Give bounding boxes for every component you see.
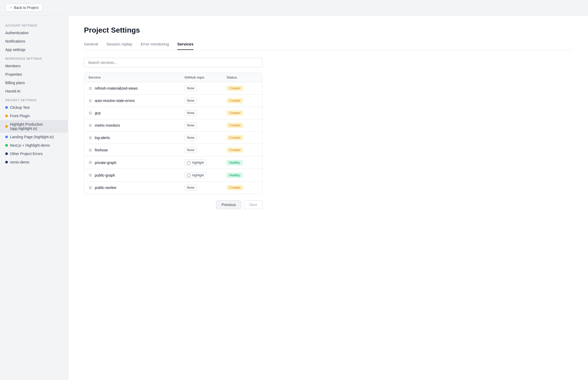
- next-button[interactable]: Next: [244, 200, 262, 209]
- status-badge: Created: [227, 185, 243, 190]
- repo-name: None: [187, 124, 195, 127]
- table-row[interactable]: ⚙private-graph◯highlightHealthy: [84, 156, 262, 169]
- status-cell: Created: [227, 135, 258, 140]
- sidebar-item-properties[interactable]: Properties: [0, 70, 68, 79]
- sidebar: Account Settings AuthenticationNotificat…: [0, 16, 68, 380]
- project-dot: [5, 152, 8, 155]
- status-badge: Created: [227, 135, 243, 140]
- sidebar-item-billing-plans[interactable]: Billing plans: [0, 79, 68, 87]
- sidebar-item-remix-demo[interactable]: remix-demo: [0, 158, 68, 166]
- tab-general[interactable]: General: [84, 42, 98, 50]
- service-cell: ⚙auto-resolve-stale-errors: [88, 98, 185, 103]
- repo-name: None: [187, 148, 195, 152]
- repo-cell: ◯highlight: [185, 160, 227, 166]
- tab-session-replay[interactable]: Session replay: [106, 42, 132, 50]
- repo-cell: None: [185, 122, 227, 128]
- sidebar-item-clickup-test[interactable]: Clickup Test: [0, 103, 68, 112]
- service-cell: ⚙metric-monitors: [88, 123, 185, 128]
- sidebar-item-notifications[interactable]: Notifications: [0, 37, 68, 45]
- service-cell: ⚙gcp: [88, 111, 185, 116]
- column-service: Service: [88, 75, 185, 79]
- service-cell: ⚙public-graph: [88, 173, 185, 178]
- table-row[interactable]: ⚙log-alertsNoneCreated: [84, 132, 262, 144]
- status-badge: Created: [227, 86, 243, 91]
- tabs-nav: GeneralSession replayError monitoringSer…: [84, 42, 572, 50]
- sidebar-item-other-project-errors[interactable]: Other Project Errors: [0, 150, 68, 158]
- service-cell: ⚙firehose: [88, 148, 185, 153]
- status-badge: Created: [227, 123, 243, 128]
- repo-cell: None: [185, 185, 227, 191]
- services-table: Service GitHub repo Status ⚙refresh-mate…: [84, 73, 262, 194]
- sidebar-item-label: Front Plugin: [10, 114, 30, 118]
- project-dot: [5, 161, 8, 163]
- service-icon: ⚙: [88, 135, 92, 140]
- pagination: Previous Next: [84, 200, 262, 209]
- status-cell: Healthy: [227, 173, 258, 178]
- account-settings-section: Account Settings: [0, 21, 68, 29]
- back-to-project-button[interactable]: ← Back to Project: [5, 4, 43, 12]
- sidebar-item-front-plugin[interactable]: Front Plugin: [0, 112, 68, 120]
- repo-cell: ◯highlight: [185, 172, 227, 178]
- workspace-settings-section: Workspace Settings: [0, 54, 68, 62]
- sidebar-item-members[interactable]: Members: [0, 62, 68, 70]
- repo-name: highlight: [192, 161, 204, 165]
- table-row[interactable]: ⚙gcpNoneCreated: [84, 107, 262, 119]
- table-row[interactable]: ⚙firehoseNoneCreated: [84, 144, 262, 156]
- github-badge: None: [185, 122, 197, 128]
- service-name: private-graph: [95, 161, 117, 165]
- service-name: public-graph: [95, 173, 115, 177]
- sidebar-item-app-settings[interactable]: App settings: [0, 45, 68, 54]
- column-status: Status: [227, 75, 258, 79]
- service-cell: ⚙log-alerts: [88, 135, 185, 140]
- sidebar-item-authentication[interactable]: Authentication: [0, 29, 68, 37]
- repo-name: None: [187, 99, 195, 102]
- sidebar-item-highlight-production[interactable]: Highlight Production (app.highlight.io): [0, 120, 68, 133]
- page-title: Project Settings: [84, 26, 572, 34]
- sidebar-item-harold-ai[interactable]: Harold AI: [0, 87, 68, 95]
- github-badge: ◯highlight: [185, 160, 206, 166]
- table-row[interactable]: ⚙public-graph◯highlightHealthy: [84, 169, 262, 182]
- status-cell: Created: [227, 110, 258, 116]
- status-cell: Created: [227, 86, 258, 91]
- status-badge: Created: [227, 98, 243, 103]
- service-cell: ⚙private-graph: [88, 160, 185, 165]
- service-icon: ⚙: [88, 98, 92, 103]
- repo-cell: None: [185, 110, 227, 116]
- service-name: gcp: [95, 111, 101, 115]
- table-row[interactable]: ⚙auto-resolve-stale-errorsNoneCreated: [84, 95, 262, 107]
- service-icon: ⚙: [88, 185, 92, 190]
- service-icon: ⚙: [88, 111, 92, 116]
- sidebar-item-nextjs-demo[interactable]: Next.js + Highlight demo: [0, 141, 68, 150]
- repo-name: None: [187, 186, 195, 189]
- table-row[interactable]: ⚙refresh-materialized-viewsNoneCreated: [84, 82, 262, 95]
- project-dot: [5, 106, 8, 109]
- sidebar-item-label: Next.js + Highlight demo: [10, 143, 50, 147]
- previous-button[interactable]: Previous: [216, 200, 241, 209]
- repo-name: None: [187, 136, 195, 140]
- sidebar-item-landing-page[interactable]: Landing Page (highlight.io): [0, 133, 68, 141]
- github-badge: None: [185, 110, 197, 116]
- repo-cell: None: [185, 147, 227, 153]
- status-cell: Created: [227, 98, 258, 103]
- search-input[interactable]: [84, 58, 262, 67]
- table-row[interactable]: ⚙public-workerNoneCreated: [84, 182, 262, 194]
- github-badge: None: [185, 147, 197, 153]
- sidebar-item-label: Highlight Production (app.highlight.io): [10, 122, 63, 131]
- github-badge: None: [185, 185, 197, 191]
- project-settings-section: Project Settings: [0, 95, 68, 103]
- github-icon: ◯: [187, 161, 191, 165]
- tab-services[interactable]: Services: [177, 42, 193, 50]
- repo-cell: None: [185, 98, 227, 104]
- repo-name: highlight: [192, 173, 204, 177]
- project-dot: [5, 136, 8, 138]
- service-name: auto-resolve-stale-errors: [95, 99, 135, 103]
- project-dot: [5, 115, 8, 117]
- status-badge: Healthy: [227, 160, 243, 165]
- table-row[interactable]: ⚙metric-monitorsNoneCreated: [84, 119, 262, 132]
- repo-cell: None: [185, 85, 227, 91]
- service-name: log-alerts: [95, 136, 110, 140]
- service-name: public-worker: [95, 186, 117, 190]
- tab-error-monitoring[interactable]: Error monitoring: [141, 42, 169, 50]
- service-cell: ⚙public-worker: [88, 185, 185, 190]
- sidebar-item-label: Landing Page (highlight.io): [10, 135, 54, 139]
